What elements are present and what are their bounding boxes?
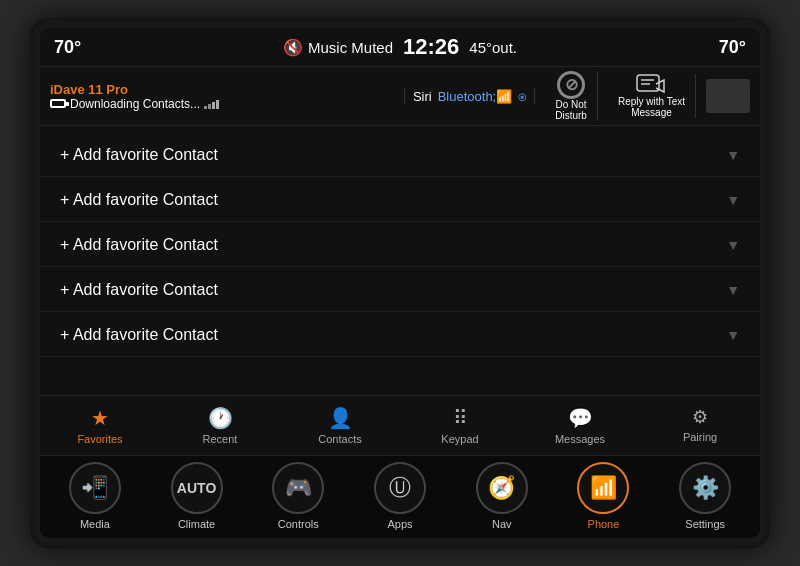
settings-button[interactable]: ⚙️ Settings	[654, 462, 756, 530]
controls-button-circle: 🎮	[272, 462, 324, 514]
siri-label: Siri	[413, 89, 432, 104]
contacts-tab-label: Contacts	[318, 433, 361, 445]
screen: 70° 🔇 Music Muted 12:26 45°out. 70° iDav…	[40, 28, 760, 538]
settings-button-circle: ⚙️	[679, 462, 731, 514]
controls-icon: 🎮	[285, 475, 312, 501]
phone-label: Phone	[588, 518, 620, 530]
dnd-label: Do NotDisturb	[555, 99, 587, 121]
message-icon: 💬	[568, 406, 593, 430]
nav-button-circle: 🧭	[476, 462, 528, 514]
bluetooth-symbol: ⍟	[518, 88, 526, 104]
contact-label: + Add favorite Contact	[60, 281, 218, 299]
tab-recent[interactable]: 🕐 Recent	[160, 400, 280, 451]
media-button-circle: 📲	[69, 462, 121, 514]
settings-label: Settings	[685, 518, 725, 530]
star-icon: ★	[91, 406, 109, 430]
dropdown-arrow-icon: ▼	[726, 237, 740, 253]
dropdown-arrow-icon: ▼	[726, 282, 740, 298]
keypad-tab-label: Keypad	[441, 433, 478, 445]
phone-signal-icon: 📶	[590, 475, 617, 501]
music-muted-indicator: 🔇 Music Muted	[283, 38, 393, 57]
downloading-label: Downloading Contacts...	[70, 97, 200, 111]
nav-label: Nav	[492, 518, 512, 530]
climate-button[interactable]: AUTO Climate	[146, 462, 248, 530]
media-label: Media	[80, 518, 110, 530]
dnd-slash-icon: ⊘	[565, 75, 578, 94]
person-icon: 👤	[328, 406, 353, 430]
tab-pairing[interactable]: ⚙ Pairing	[640, 400, 760, 451]
right-temp: 70°	[719, 37, 746, 58]
device-status: Downloading Contacts...	[50, 97, 394, 111]
mute-icon: 🔇	[283, 38, 303, 57]
contact-row[interactable]: + Add favorite Contact ▼	[40, 224, 760, 267]
phone-button[interactable]: 📶 Phone	[553, 462, 655, 530]
device-frame: 70° 🔇 Music Muted 12:26 45°out. 70° iDav…	[30, 18, 770, 548]
status-center: 🔇 Music Muted 12:26 45°out.	[283, 34, 517, 60]
keypad-icon: ⠿	[453, 406, 468, 430]
apps-label: Apps	[387, 518, 412, 530]
contact-label: + Add favorite Contact	[60, 191, 218, 209]
battery-icon	[50, 99, 66, 108]
pairing-icon: ⚙	[692, 406, 708, 428]
nav-button[interactable]: 🧭 Nav	[451, 462, 553, 530]
tab-contacts[interactable]: 👤 Contacts	[280, 400, 400, 451]
messages-tab-label: Messages	[555, 433, 605, 445]
status-bar: 70° 🔇 Music Muted 12:26 45°out. 70°	[40, 28, 760, 67]
do-not-disturb-button[interactable]: ⊘ Do NotDisturb	[545, 71, 598, 121]
recent-tab-label: Recent	[203, 433, 238, 445]
tab-messages[interactable]: 💬 Messages	[520, 400, 640, 451]
controls-button[interactable]: 🎮 Controls	[247, 462, 349, 530]
phone-tabs: ★ Favorites 🕐 Recent 👤 Contacts ⠿ Keypad…	[40, 395, 760, 456]
contact-list: + Add favorite Contact ▼ + Add favorite …	[40, 126, 760, 395]
tab-keypad[interactable]: ⠿ Keypad	[400, 400, 520, 451]
climate-button-circle: AUTO	[171, 462, 223, 514]
nav-compass-icon: 🧭	[488, 475, 515, 501]
message-thumbnail	[706, 79, 750, 113]
controls-label: Controls	[278, 518, 319, 530]
contact-label: + Add favorite Contact	[60, 236, 218, 254]
dropdown-arrow-icon: ▼	[726, 192, 740, 208]
media-button[interactable]: 📲 Media	[44, 462, 146, 530]
system-nav: 📲 Media AUTO Climate 🎮 Controls Ⓤ	[40, 456, 760, 538]
clock-icon: 🕐	[208, 406, 233, 430]
reply-label: Reply with TextMessage	[618, 96, 685, 118]
pairing-tab-label: Pairing	[683, 431, 717, 443]
auto-icon: AUTO	[177, 480, 216, 496]
info-bar: iDave 11 Pro Downloading Contacts... Sir…	[40, 67, 760, 126]
device-name: iDave 11 Pro	[50, 82, 394, 97]
apps-button-circle: Ⓤ	[374, 462, 426, 514]
outside-temp: 45°out.	[469, 39, 517, 56]
dropdown-arrow-icon: ▼	[726, 327, 740, 343]
apps-icon: Ⓤ	[389, 473, 411, 503]
dropdown-arrow-icon: ▼	[726, 147, 740, 163]
contact-label: + Add favorite Contact	[60, 326, 218, 344]
clock: 12:26	[403, 34, 459, 60]
contact-row[interactable]: + Add favorite Contact ▼	[40, 269, 760, 312]
climate-label: Climate	[178, 518, 215, 530]
signal-bars	[204, 99, 219, 109]
music-muted-label: Music Muted	[308, 39, 393, 56]
favorites-tab-label: Favorites	[77, 433, 122, 445]
dnd-circle: ⊘	[557, 71, 585, 99]
left-temp: 70°	[54, 37, 81, 58]
gear-icon: ⚙️	[692, 475, 719, 501]
siri-section: Siri Bluetooth;📶 ⍟	[404, 88, 535, 104]
reply-message-icon	[636, 74, 666, 96]
bluetooth-media-icon: 📲	[81, 475, 108, 501]
contact-row[interactable]: + Add favorite Contact ▼	[40, 314, 760, 357]
contact-label: + Add favorite Contact	[60, 146, 218, 164]
contact-row[interactable]: + Add favorite Contact ▼	[40, 179, 760, 222]
reply-with-text-button[interactable]: Reply with TextMessage	[608, 74, 696, 118]
apps-button[interactable]: Ⓤ Apps	[349, 462, 451, 530]
contact-row[interactable]: + Add favorite Contact ▼	[40, 134, 760, 177]
bluetooth-icon: Bluetooth;📶	[438, 89, 513, 104]
phone-button-circle: 📶	[577, 462, 629, 514]
tab-favorites[interactable]: ★ Favorites	[40, 400, 160, 451]
device-info: iDave 11 Pro Downloading Contacts...	[50, 82, 394, 111]
